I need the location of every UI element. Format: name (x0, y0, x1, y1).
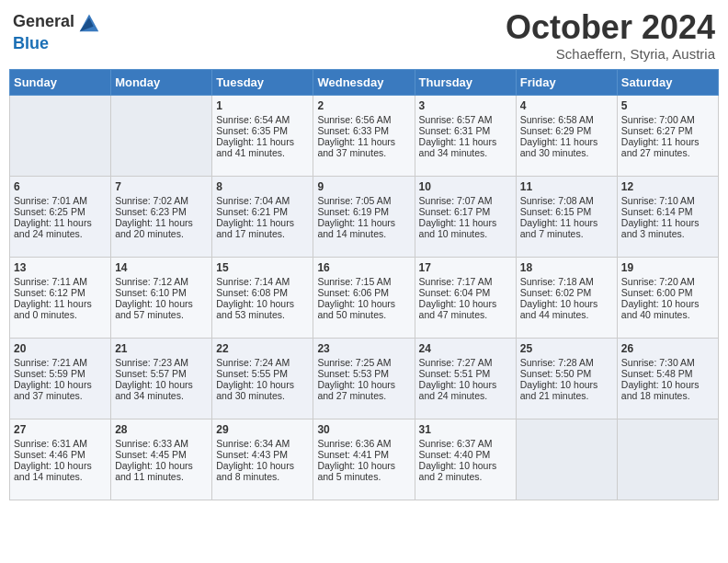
sunrise-text: Sunrise: 7:21 AM (14, 357, 107, 368)
day-number: 27 (14, 423, 107, 436)
daylight-text: Daylight: 11 hours and 10 minutes. (419, 217, 512, 239)
sunset-text: Sunset: 6:08 PM (216, 287, 309, 298)
calendar-week-row: 6Sunrise: 7:01 AMSunset: 6:25 PMDaylight… (10, 176, 719, 257)
sunset-text: Sunset: 6:33 PM (317, 125, 410, 136)
daylight-text: Daylight: 10 hours and 24 minutes. (419, 379, 512, 401)
day-number: 6 (14, 180, 107, 193)
sunset-text: Sunset: 5:53 PM (317, 368, 410, 379)
sunrise-text: Sunrise: 7:10 AM (621, 195, 714, 206)
sunrise-text: Sunrise: 7:07 AM (419, 195, 512, 206)
sunset-text: Sunset: 6:21 PM (216, 206, 309, 217)
day-number: 24 (419, 342, 512, 355)
table-row: 18Sunrise: 7:18 AMSunset: 6:02 PMDayligh… (516, 257, 617, 338)
day-number: 13 (14, 261, 107, 274)
title-block: October 2024 Schaeffern, Styria, Austria (506, 9, 715, 62)
table-row: 23Sunrise: 7:25 AMSunset: 5:53 PMDayligh… (313, 338, 415, 419)
day-number: 7 (115, 180, 208, 193)
daylight-text: Daylight: 11 hours and 17 minutes. (216, 217, 309, 239)
logo: General Blue (13, 9, 102, 53)
table-row: 1Sunrise: 6:54 AMSunset: 6:35 PMDaylight… (212, 95, 313, 176)
sunset-text: Sunset: 5:59 PM (14, 368, 107, 379)
table-row: 25Sunrise: 7:28 AMSunset: 5:50 PMDayligh… (516, 338, 617, 419)
table-row: 30Sunrise: 6:36 AMSunset: 4:41 PMDayligh… (313, 419, 415, 500)
daylight-text: Daylight: 10 hours and 30 minutes. (216, 379, 309, 401)
sunrise-text: Sunrise: 7:24 AM (216, 357, 309, 368)
day-number: 16 (317, 261, 410, 274)
table-row: 31Sunrise: 6:37 AMSunset: 4:40 PMDayligh… (415, 419, 516, 500)
table-row (10, 95, 111, 176)
calendar-week-row: 20Sunrise: 7:21 AMSunset: 5:59 PMDayligh… (10, 338, 719, 419)
sunset-text: Sunset: 6:00 PM (621, 287, 714, 298)
page-header: General Blue October 2024 Schaeffern, St… (9, 9, 719, 62)
sunset-text: Sunset: 4:43 PM (216, 449, 309, 460)
table-row: 16Sunrise: 7:15 AMSunset: 6:06 PMDayligh… (313, 257, 415, 338)
daylight-text: Daylight: 11 hours and 3 minutes. (621, 217, 714, 239)
sunrise-text: Sunrise: 7:27 AM (419, 357, 512, 368)
day-number: 11 (520, 180, 613, 193)
sunrise-text: Sunrise: 6:31 AM (14, 438, 107, 449)
sunset-text: Sunset: 6:04 PM (419, 287, 512, 298)
sunrise-text: Sunrise: 7:05 AM (317, 195, 410, 206)
table-row: 4Sunrise: 6:58 AMSunset: 6:29 PMDaylight… (516, 95, 617, 176)
table-row: 7Sunrise: 7:02 AMSunset: 6:23 PMDaylight… (111, 176, 212, 257)
daylight-text: Daylight: 10 hours and 57 minutes. (115, 298, 208, 320)
sunset-text: Sunset: 5:48 PM (621, 368, 714, 379)
day-number: 14 (115, 261, 208, 274)
table-row: 5Sunrise: 7:00 AMSunset: 6:27 PMDaylight… (617, 95, 718, 176)
sunrise-text: Sunrise: 7:17 AM (419, 276, 512, 287)
day-number: 2 (317, 99, 410, 112)
sunrise-text: Sunrise: 7:12 AM (115, 276, 208, 287)
sunset-text: Sunset: 6:27 PM (621, 125, 714, 136)
sunset-text: Sunset: 6:25 PM (14, 206, 107, 217)
day-number: 20 (14, 342, 107, 355)
sunrise-text: Sunrise: 7:23 AM (115, 357, 208, 368)
calendar-header-row: Sunday Monday Tuesday Wednesday Thursday… (10, 69, 719, 95)
daylight-text: Daylight: 10 hours and 37 minutes. (14, 379, 107, 401)
day-number: 12 (621, 180, 714, 193)
sunset-text: Sunset: 4:40 PM (419, 449, 512, 460)
calendar-week-row: 1Sunrise: 6:54 AMSunset: 6:35 PMDaylight… (10, 95, 719, 176)
calendar-week-row: 27Sunrise: 6:31 AMSunset: 4:46 PMDayligh… (10, 419, 719, 500)
sunrise-text: Sunrise: 6:56 AM (317, 114, 410, 125)
location-subtitle: Schaeffern, Styria, Austria (506, 46, 715, 62)
day-number: 18 (520, 261, 613, 274)
sunrise-text: Sunrise: 7:15 AM (317, 276, 410, 287)
table-row: 8Sunrise: 7:04 AMSunset: 6:21 PMDaylight… (212, 176, 313, 257)
table-row (516, 419, 617, 500)
table-row: 27Sunrise: 6:31 AMSunset: 4:46 PMDayligh… (10, 419, 111, 500)
daylight-text: Daylight: 11 hours and 0 minutes. (14, 298, 107, 320)
sunset-text: Sunset: 6:17 PM (419, 206, 512, 217)
table-row: 13Sunrise: 7:11 AMSunset: 6:12 PMDayligh… (10, 257, 111, 338)
daylight-text: Daylight: 10 hours and 5 minutes. (317, 460, 410, 482)
day-number: 15 (216, 261, 309, 274)
sunrise-text: Sunrise: 7:00 AM (621, 114, 714, 125)
sunset-text: Sunset: 6:02 PM (520, 287, 613, 298)
logo-blue-text: Blue (13, 35, 102, 53)
day-number: 1 (216, 99, 309, 112)
daylight-text: Daylight: 10 hours and 40 minutes. (621, 298, 714, 320)
sunset-text: Sunset: 6:15 PM (520, 206, 613, 217)
table-row: 28Sunrise: 6:33 AMSunset: 4:45 PMDayligh… (111, 419, 212, 500)
sunrise-text: Sunrise: 6:36 AM (317, 438, 410, 449)
header-friday: Friday (516, 69, 617, 95)
daylight-text: Daylight: 10 hours and 14 minutes. (14, 460, 107, 482)
header-wednesday: Wednesday (313, 69, 415, 95)
daylight-text: Daylight: 11 hours and 24 minutes. (14, 217, 107, 239)
table-row (617, 419, 718, 500)
sunrise-text: Sunrise: 7:20 AM (621, 276, 714, 287)
sunset-text: Sunset: 5:55 PM (216, 368, 309, 379)
day-number: 10 (419, 180, 512, 193)
daylight-text: Daylight: 10 hours and 53 minutes. (216, 298, 309, 320)
day-number: 31 (419, 423, 512, 436)
sunrise-text: Sunrise: 6:34 AM (216, 438, 309, 449)
day-number: 26 (621, 342, 714, 355)
table-row: 12Sunrise: 7:10 AMSunset: 6:14 PMDayligh… (617, 176, 718, 257)
sunrise-text: Sunrise: 7:28 AM (520, 357, 613, 368)
logo-text: General (13, 13, 74, 31)
daylight-text: Daylight: 11 hours and 34 minutes. (419, 136, 512, 158)
day-number: 22 (216, 342, 309, 355)
sunset-text: Sunset: 6:14 PM (621, 206, 714, 217)
table-row: 17Sunrise: 7:17 AMSunset: 6:04 PMDayligh… (415, 257, 516, 338)
sunrise-text: Sunrise: 7:30 AM (621, 357, 714, 368)
daylight-text: Daylight: 10 hours and 44 minutes. (520, 298, 613, 320)
